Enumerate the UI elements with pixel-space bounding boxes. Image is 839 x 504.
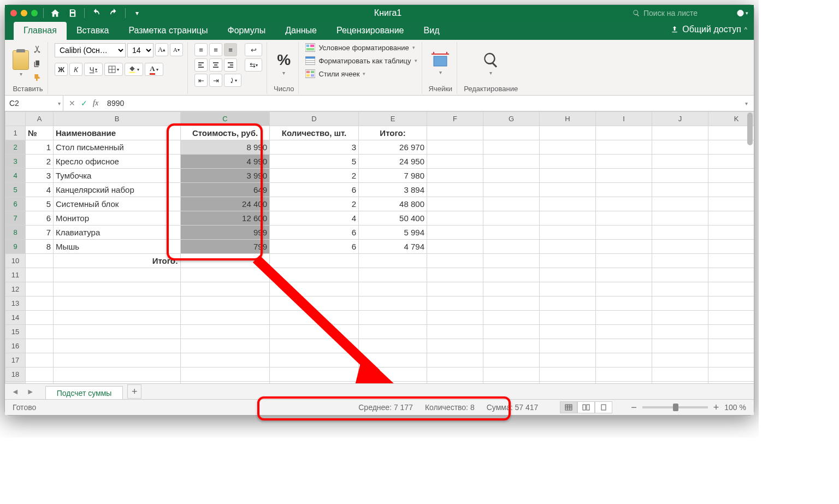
cell-E4[interactable]: 7 980	[359, 169, 427, 183]
fx-icon[interactable]: fx	[93, 99, 98, 108]
row-header-16[interactable]: 16	[5, 339, 26, 353]
next-sheet-button[interactable]: ►	[23, 387, 38, 396]
col-header-G[interactable]: G	[483, 112, 540, 126]
accept-formula-icon[interactable]: ✓	[81, 99, 87, 108]
wrap-text-button[interactable]: ↩	[245, 43, 262, 56]
cell-A2[interactable]: 1	[26, 140, 54, 155]
cell-B5[interactable]: Канцелярский набор	[54, 183, 181, 197]
cell-B10[interactable]: Итого:	[54, 254, 181, 268]
cell-B3[interactable]: Кресло офисное	[54, 155, 181, 169]
smiley-icon[interactable]: ▾	[736, 7, 748, 19]
row-header-5[interactable]: 5	[5, 183, 26, 197]
cell-E7[interactable]: 50 400	[359, 211, 427, 226]
row-header-18[interactable]: 18	[5, 367, 26, 382]
cell-B6[interactable]: Системный блок	[54, 197, 181, 211]
row-header-9[interactable]: 9	[5, 240, 26, 254]
row-header-7[interactable]: 7	[5, 211, 26, 226]
number-format-button[interactable]: %▾	[277, 51, 291, 76]
normal-view-button[interactable]	[560, 401, 577, 413]
vertical-scrollbar[interactable]	[747, 112, 753, 145]
cell-D8[interactable]: 6	[270, 226, 359, 240]
cell-E3[interactable]: 24 950	[359, 155, 427, 169]
cell-D6[interactable]: 2	[270, 197, 359, 211]
maximize-window-button[interactable]	[31, 10, 38, 16]
cell-E2[interactable]: 26 970	[359, 140, 427, 155]
minimize-window-button[interactable]	[21, 10, 27, 16]
paste-button[interactable]: ▾	[13, 50, 29, 77]
expand-formula-icon[interactable]: ▾	[745, 100, 754, 106]
undo-icon[interactable]	[90, 7, 102, 19]
close-window-button[interactable]	[10, 10, 17, 16]
col-header-C[interactable]: C	[181, 112, 270, 126]
merge-button[interactable]: ⇆▾	[245, 58, 262, 72]
col-header-A[interactable]: A	[26, 112, 54, 126]
page-layout-view-button[interactable]	[577, 401, 595, 413]
editing-button[interactable]: ▾	[482, 51, 500, 76]
zoom-in-button[interactable]: +	[713, 402, 719, 413]
align-center-button[interactable]	[209, 58, 222, 72]
row-header-19[interactable]: 19	[5, 382, 26, 384]
worksheet[interactable]: ABCDEFGHIJKL1№НаименованиеСтоимость, руб…	[5, 111, 754, 383]
cell-styles-button[interactable]: Стили ячеек ▾	[305, 69, 365, 78]
row-header-6[interactable]: 6	[5, 197, 26, 211]
cell-D3[interactable]: 5	[270, 155, 359, 169]
customize-qat-icon[interactable]: ▾	[131, 7, 143, 19]
align-right-button[interactable]	[224, 58, 237, 72]
cancel-formula-icon[interactable]: ✕	[69, 99, 75, 108]
align-middle-button[interactable]: ≡	[209, 43, 222, 56]
cell-D1[interactable]: Количество, шт.	[270, 126, 359, 140]
cell-B2[interactable]: Стол письменный	[54, 140, 181, 155]
underline-button[interactable]: Ч▾	[84, 63, 103, 76]
cell-D4[interactable]: 2	[270, 169, 359, 183]
tab-insert[interactable]: Вставка	[67, 22, 119, 40]
row-header-15[interactable]: 15	[5, 325, 26, 339]
cell-C3[interactable]: 4 990	[181, 155, 270, 169]
row-header-1[interactable]: 1	[5, 126, 26, 140]
font-name-combo[interactable]: Calibri (Осн…	[55, 43, 126, 57]
cell-E5[interactable]: 3 894	[359, 183, 427, 197]
cell-E6[interactable]: 48 800	[359, 197, 427, 211]
borders-button[interactable]: ▾	[104, 63, 123, 76]
row-header-11[interactable]: 11	[5, 268, 26, 282]
row-header-17[interactable]: 17	[5, 353, 26, 367]
cell-B9[interactable]: Мышь	[54, 240, 181, 254]
orientation-button[interactable]: ⤸▾	[224, 74, 241, 87]
cell-C1[interactable]: Стоимость, руб.	[181, 126, 270, 140]
cell-A3[interactable]: 2	[26, 155, 54, 169]
increase-font-button[interactable]: A▴	[155, 43, 168, 56]
cell-E8[interactable]: 5 994	[359, 226, 427, 240]
sheet-tab[interactable]: Подсчет суммы	[45, 386, 123, 400]
row-header-10[interactable]: 10	[5, 254, 26, 268]
row-header-4[interactable]: 4	[5, 169, 26, 183]
save-icon[interactable]	[67, 7, 79, 19]
row-header-12[interactable]: 12	[5, 282, 26, 297]
tab-layout[interactable]: Разметка страницы	[119, 22, 217, 40]
tab-formulas[interactable]: Формулы	[218, 22, 276, 40]
font-color-button[interactable]: А▾	[145, 63, 163, 76]
col-header-D[interactable]: D	[270, 112, 359, 126]
formula-input[interactable]: 8990	[104, 99, 745, 108]
tab-view[interactable]: Вид	[414, 22, 450, 40]
cell-D5[interactable]: 6	[270, 183, 359, 197]
cell-E1[interactable]: Итого:	[359, 126, 427, 140]
cell-E9[interactable]: 4 794	[359, 240, 427, 254]
cell-C6[interactable]: 24 400	[181, 197, 270, 211]
zoom-out-button[interactable]: −	[631, 402, 637, 413]
page-break-view-button[interactable]	[595, 401, 612, 413]
copy-icon[interactable]	[31, 57, 43, 69]
row-header-2[interactable]: 2	[5, 140, 26, 155]
row-header-13[interactable]: 13	[5, 297, 26, 311]
redo-icon[interactable]	[108, 7, 120, 19]
cells-button[interactable]: ▾	[430, 52, 450, 75]
cell-B8[interactable]: Клавиатура	[54, 226, 181, 240]
cell-A8[interactable]: 7	[26, 226, 54, 240]
col-header-H[interactable]: H	[540, 112, 596, 126]
col-header-E[interactable]: E	[359, 112, 427, 126]
fill-color-button[interactable]: ▾	[125, 63, 143, 76]
conditional-formatting-button[interactable]: Условное форматирование ▾	[305, 43, 415, 52]
cell-C9[interactable]: 799	[181, 240, 270, 254]
align-bottom-button[interactable]: ≡	[224, 43, 237, 56]
cell-B7[interactable]: Монитор	[54, 211, 181, 226]
cell-C8[interactable]: 999	[181, 226, 270, 240]
home-icon[interactable]	[49, 7, 61, 19]
